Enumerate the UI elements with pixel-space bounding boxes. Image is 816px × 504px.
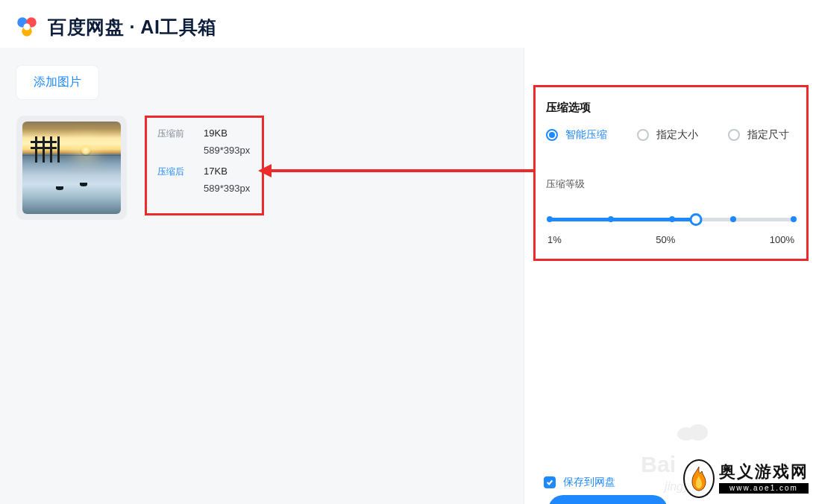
page-title: 百度网盘 · AI工具箱 [48,15,217,40]
save-to-pan-row: 保存到网盘 [544,476,615,489]
watermark-text2: jingy [665,480,689,494]
slider-label-min: 1% [547,234,562,245]
slider-label-mid: 50% [656,234,675,245]
radio-smart-compress[interactable]: 智能压缩 [546,128,607,142]
after-dimensions: 589*393px [204,183,251,194]
left-panel: 添加图片 压缩前 19KB 589*393px 压缩后 17KB [0,48,524,504]
before-dimensions: 589*393px [204,145,251,156]
svg-point-3 [24,24,31,31]
svg-point-5 [688,424,708,441]
radio-icon [637,129,649,141]
slider-tick [730,216,736,222]
watermark-text: Bai [641,452,676,477]
radio-icon [546,129,558,141]
compression-info-box: 压缩前 19KB 589*393px 压缩后 17KB 589*393px [145,116,264,215]
baidu-wangpan-icon [13,13,40,40]
slider-label-max: 100% [770,234,794,245]
compression-level-label: 压缩等级 [546,177,796,191]
save-label: 保存到网盘 [563,476,615,489]
svg-point-4 [677,427,695,441]
radio-specify-dimension[interactable]: 指定尺寸 [728,128,789,142]
slider-tick [791,216,797,222]
compression-options-panel: 压缩选项 智能压缩 指定大小 指定尺寸 压缩等级 [533,85,809,261]
after-size-value: 17KB [204,165,227,178]
check-icon [546,479,553,486]
slider-tick [608,216,614,222]
compression-level-slider[interactable] [546,209,796,231]
slider-tick [669,216,675,222]
annotation-arrow-line [265,169,535,172]
after-label: 压缩后 [157,166,193,178]
save-checkbox[interactable] [544,476,556,488]
right-panel: 压缩选项 智能压缩 指定大小 指定尺寸 压缩等级 [524,48,816,504]
panel-title: 压缩选项 [546,101,796,115]
cloud-watermark-icon [674,420,712,443]
compression-mode-radios: 智能压缩 指定大小 指定尺寸 [546,128,796,142]
add-image-button[interactable]: 添加图片 [16,66,98,99]
slider-tick [547,216,553,222]
slider-labels: 1% 50% 100% [546,234,796,245]
thumbnail-preview [22,122,121,214]
image-thumbnail[interactable] [16,116,127,220]
before-label: 压缩前 [157,127,193,140]
slider-handle[interactable] [690,213,703,226]
radio-specify-size[interactable]: 指定大小 [637,128,698,142]
primary-action-button[interactable] [548,495,668,504]
radio-icon [728,129,740,141]
annotation-arrow-head-icon [258,164,272,177]
header-bar: 百度网盘 · AI工具箱 [0,0,816,48]
before-size-value: 19KB [204,127,227,140]
